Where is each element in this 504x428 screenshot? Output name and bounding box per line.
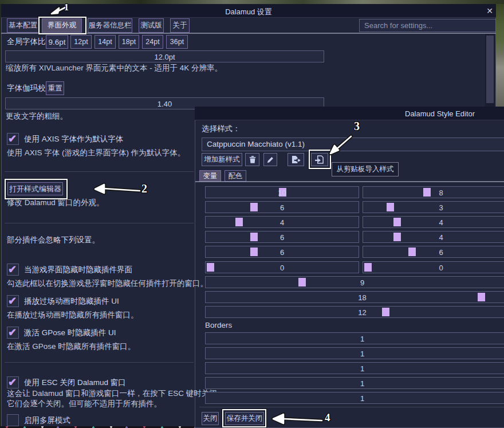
font-size-button-36pt[interactable]: 36pt [166, 35, 188, 49]
search-input[interactable] [359, 19, 496, 32]
check-icon: ✔ [8, 327, 18, 338]
toggle-multi-monitor-mode[interactable] [7, 414, 19, 426]
toggle-hide-ui-in-cutscenes-label: 播放过场动画时隐藏插件 UI [24, 296, 119, 307]
toggle-multi-monitor-mode-label: 启用多屏模式 [24, 415, 70, 426]
check-icon: ✔ [8, 296, 18, 307]
rename-style-button[interactable] [263, 153, 277, 166]
editor-tabbar-underline [195, 181, 504, 182]
style-slider-left-5[interactable]: 0 [205, 261, 359, 273]
add-new-style-button[interactable]: 增加新样式 [202, 153, 242, 166]
style-slider-right-4-value: 6 [363, 246, 504, 257]
style-slider-right-5[interactable]: 0 [363, 261, 504, 273]
close-icon[interactable]: ✕ [485, 5, 495, 17]
import-tooltip: 从剪贴板导入样式 [332, 162, 399, 176]
export-style-button[interactable] [288, 153, 304, 166]
toggle-hide-ui-when-game-ui-hidden-description: 勾选此框以在切换游戏悬浮窗时隐藏任何插件打开的窗口。 [7, 278, 208, 289]
style-slider-left-1[interactable]: 6 [205, 201, 359, 213]
tab-experimental[interactable]: 测试版 [139, 18, 164, 33]
toggle-hide-ui-in-gpose[interactable]: ✔ [7, 327, 19, 339]
annotation-number-4: 4 [325, 411, 330, 424]
border-slider-0[interactable]: 1 [205, 332, 504, 344]
separator [5, 171, 194, 172]
tab-variables[interactable]: 变量 [199, 170, 221, 182]
tabbar-underline [1, 33, 496, 34]
toggle-hide-ui-in-cutscenes[interactable]: ✔ [7, 295, 19, 307]
style-slider-wide-1-value: 18 [206, 292, 504, 303]
toggle-hide-ui-in-gpose-description: 在激活 GPose 时隐藏所有插件窗口。 [7, 341, 135, 352]
style-slider-left-0-value: 10 [206, 187, 359, 198]
style-select-combo[interactable]: Catppuccin Macchiato (v1.1) [202, 138, 504, 151]
tab-look-and-feel[interactable]: 界面外观 [42, 18, 82, 33]
border-slider-0-value: 1 [206, 333, 504, 344]
border-slider-4-value: 1 [206, 392, 504, 403]
gamma-reset-button[interactable]: 重置 [46, 81, 64, 95]
style-slider-right-0[interactable]: 8 [363, 186, 504, 198]
style-slider-right-3-value: 4 [363, 231, 504, 242]
plugins-note: 部分插件会忽略下列设置。 [7, 235, 100, 245]
editor-close-button[interactable]: 关闭 [202, 412, 219, 425]
tab-about[interactable]: 关于 [170, 18, 190, 33]
font-size-button-9.6pt[interactable]: 9.6pt [46, 35, 68, 49]
tab-general[interactable]: 基本配置 [7, 18, 39, 33]
border-slider-1[interactable]: 1 [205, 347, 504, 359]
game-background-top [0, 0, 504, 4]
toggle-esc-closes-windows[interactable]: ✔ [7, 376, 19, 388]
style-select-value: Catppuccin Macchiato (v1.1) [202, 140, 305, 148]
delete-style-button[interactable] [245, 153, 259, 166]
border-slider-3[interactable]: 1 [205, 377, 504, 389]
style-slider-right-3[interactable]: 4 [363, 231, 504, 243]
style-slider-left-4[interactable]: 6 [205, 246, 359, 258]
import-style-button[interactable] [311, 153, 328, 166]
save-and-close-button[interactable]: 保存并关闭 [225, 412, 264, 425]
style-slider-left-2[interactable]: 4 [205, 216, 359, 228]
font-size-button-12pt[interactable]: 12pt [70, 35, 92, 49]
pencil-icon [266, 156, 274, 164]
annotation-number-1: 1 [64, 2, 69, 13]
window-title: Dalamud 设置 [1, 7, 496, 17]
font-size-button-24pt[interactable]: 24pt [142, 35, 163, 49]
border-slider-1-value: 1 [206, 348, 504, 359]
file-import-icon [315, 155, 325, 164]
border-slider-2[interactable]: 1 [205, 362, 504, 374]
tab-colors[interactable]: 配色 [225, 170, 246, 182]
font-gamma-description: 更改文字的粗细。 [6, 111, 68, 121]
style-slider-left-3[interactable]: 6 [205, 231, 359, 243]
toggle-hide-ui-when-game-ui-hidden-label: 当游戏界面隐藏时隐藏插件界面 [24, 265, 132, 275]
axis-font-checkbox[interactable]: ✔ [7, 133, 19, 145]
tab-server-info-bar[interactable]: 服务器信息栏 [88, 18, 132, 33]
style-slider-right-2[interactable]: 4 [363, 216, 504, 228]
trash-icon [249, 155, 257, 164]
style-slider-right-0-value: 8 [363, 187, 504, 198]
style-slider-right-1[interactable]: 3 [363, 201, 504, 213]
font-size-button-14pt[interactable]: 14pt [94, 35, 116, 49]
annotation-number-3: 3 [354, 120, 360, 133]
style-editor-description: 修改 Dalamud 窗口的外观。 [7, 198, 104, 208]
check-icon: ✔ [8, 264, 18, 275]
style-slider-left-2-value: 4 [206, 217, 359, 227]
style-slider-left-0[interactable]: 10 [205, 186, 359, 198]
screen: Dalamud 设置 ✕ 全局字体比例 12.0pt 缩放所有 XIVLaunc… [0, 0, 504, 428]
font-scale-slider[interactable]: 12.0pt [5, 50, 324, 62]
style-slider-left-1-value: 6 [206, 202, 359, 213]
toggle-hide-ui-in-cutscenes-description: 在播放过场动画时隐藏所有插件窗口。 [7, 310, 139, 320]
toggle-esc-closes-windows-description: 这会让 Dalamud 窗口和游戏窗口一样，在按下 ESC 键时关闭 [7, 388, 217, 399]
style-slider-wide-1[interactable]: 18 [205, 291, 504, 303]
game-background-right [496, 4, 504, 107]
style-slider-wide-0[interactable]: 9 [205, 276, 504, 288]
style-editor-title: Dalamud Style Editor [405, 109, 497, 118]
border-slider-4[interactable]: 1 [205, 392, 504, 404]
font-size-button-18pt[interactable]: 18pt [119, 35, 139, 49]
axis-font-label: 使用 AXIS 字体作为默认字体 [24, 134, 123, 144]
toggle-hide-ui-when-game-ui-hidden[interactable]: ✔ [7, 264, 19, 276]
borders-section-label: Borders [205, 321, 232, 329]
style-slider-right-4[interactable]: 6 [363, 246, 504, 258]
axis-font-description: 使用 AXIS 字体 (游戏的主界面字体) 作为默认字体。 [7, 148, 185, 158]
border-slider-3-value: 1 [206, 378, 504, 388]
style-slider-wide-0-value: 9 [206, 277, 504, 288]
font-scale-slider-value: 12.0pt [6, 51, 324, 62]
style-slider-wide-2[interactable]: 12 [205, 306, 504, 318]
style-slider-right-2-value: 4 [363, 217, 504, 227]
scrollbar-thumb[interactable] [486, 36, 494, 103]
open-style-editor-button[interactable]: 打开样式编辑器 [7, 182, 63, 195]
check-icon: ✔ [8, 377, 18, 388]
